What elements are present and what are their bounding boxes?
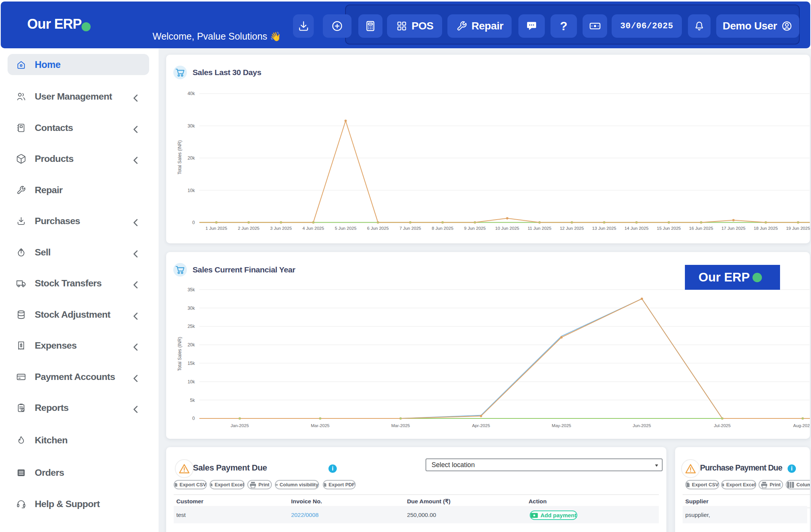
svg-text:5 Jun 2025: 5 Jun 2025	[335, 226, 356, 231]
svg-text:15k: 15k	[188, 361, 195, 366]
svg-text:25k: 25k	[188, 324, 195, 329]
svg-text:17 Jun 2025: 17 Jun 2025	[722, 226, 746, 231]
svg-text:1 Jun 2025: 1 Jun 2025	[205, 226, 227, 231]
svg-text:Apr-2025: Apr-2025	[472, 423, 490, 428]
svg-text:35k: 35k	[188, 287, 195, 292]
svg-text:Total Sales (INR): Total Sales (INR)	[177, 140, 182, 175]
svg-text:20k: 20k	[188, 342, 195, 347]
svg-text:4 Jun 2025: 4 Jun 2025	[302, 226, 324, 231]
svg-text:7 Jun 2025: 7 Jun 2025	[399, 226, 421, 231]
svg-text:5k: 5k	[190, 398, 195, 403]
svg-text:0: 0	[192, 220, 195, 225]
svg-text:12 Jun 2025: 12 Jun 2025	[560, 226, 584, 231]
svg-text:11 Jun 2025: 11 Jun 2025	[528, 226, 552, 231]
svg-text:9 Jun 2025: 9 Jun 2025	[464, 226, 486, 231]
svg-text:19 Jun 2025: 19 Jun 2025	[786, 226, 810, 231]
svg-text:8 Jun 2025: 8 Jun 2025	[432, 226, 453, 231]
svg-text:30k: 30k	[188, 123, 195, 129]
svg-text:30k: 30k	[188, 306, 195, 311]
svg-text:Mar-2025: Mar-2025	[391, 423, 410, 428]
svg-text:15 Jun 2025: 15 Jun 2025	[657, 226, 681, 231]
svg-text:Mar-2025: Mar-2025	[311, 423, 330, 428]
svg-text:10k: 10k	[188, 379, 195, 384]
svg-text:20k: 20k	[188, 155, 195, 161]
svg-text:Jun-2025: Jun-2025	[633, 423, 651, 428]
svg-text:Jul-2025: Jul-2025	[714, 423, 731, 428]
svg-text:10 Jun 2025: 10 Jun 2025	[495, 226, 519, 231]
svg-text:May-2025: May-2025	[552, 423, 571, 428]
svg-text:3 Jun 2025: 3 Jun 2025	[270, 226, 292, 231]
svg-text:16 Jun 2025: 16 Jun 2025	[689, 226, 713, 231]
svg-text:13 Jun 2025: 13 Jun 2025	[592, 226, 616, 231]
svg-text:10k: 10k	[188, 188, 195, 193]
svg-text:Total Sales (INR): Total Sales (INR)	[177, 337, 182, 371]
svg-text:14 Jun 2025: 14 Jun 2025	[624, 226, 649, 231]
svg-text:40k: 40k	[188, 91, 195, 96]
svg-text:2 Jun 2025: 2 Jun 2025	[238, 226, 259, 231]
svg-text:6 Jun 2025: 6 Jun 2025	[367, 226, 389, 231]
svg-text:0: 0	[192, 416, 195, 421]
svg-text:Aug-2025: Aug-2025	[793, 423, 810, 428]
svg-text:Jan-2025: Jan-2025	[231, 423, 249, 428]
svg-text:18 Jun 2025: 18 Jun 2025	[754, 226, 778, 231]
